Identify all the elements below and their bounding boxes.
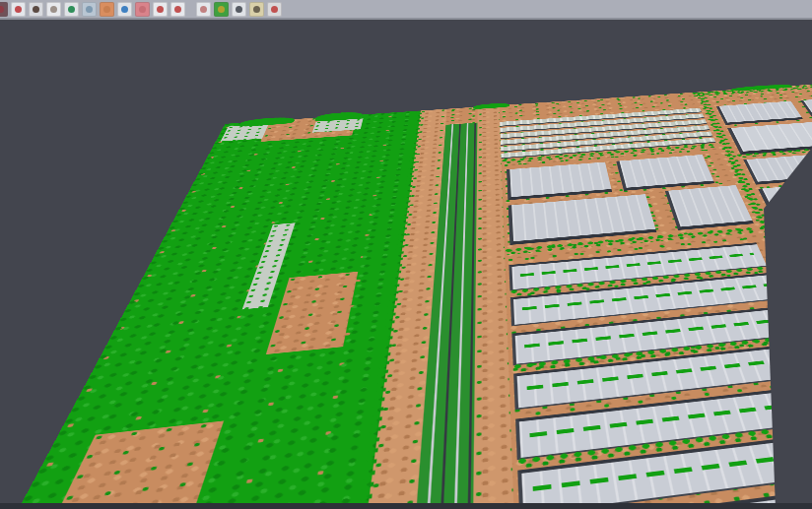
terrain-glyph [33,6,39,13]
building [616,155,714,191]
sphere-glyph [236,6,242,13]
building [507,162,612,201]
checker-icon[interactable] [196,2,211,17]
annotate-icon[interactable] [267,2,282,17]
target-glyph [157,6,164,13]
points-glyph [50,6,57,13]
clipped-tool-icon[interactable] [0,2,8,17]
building [800,95,812,119]
orthophoto-icon[interactable] [100,2,114,17]
annotate-glyph [271,6,278,13]
pick-point-glyph [15,6,22,13]
panel-glyph [86,6,93,13]
orthophoto-glyph [103,6,110,13]
tree-row [691,73,812,97]
checker-glyph [200,6,207,13]
panel-icon[interactable] [82,2,97,17]
clipped-tool-glyph [0,6,4,13]
globe-glyph [121,6,128,13]
pick-point-icon[interactable] [11,2,26,17]
layers-glyph [139,6,146,13]
measure-glyph [253,6,260,13]
surface-mesh-glyph [68,6,75,13]
window-bottom-edge [0,503,812,509]
building [665,185,754,230]
toolbar [0,0,812,20]
surface-mesh-icon[interactable] [64,2,79,17]
layers-icon[interactable] [135,2,150,17]
target-icon[interactable] [153,2,168,17]
measure-icon[interactable] [249,2,264,17]
zoom-extent-icon[interactable] [170,2,185,17]
zoom-extent-glyph [174,6,181,13]
classified-scene-plane [0,73,812,509]
3d-viewport[interactable] [0,22,812,509]
classification-map-glyph [218,6,225,13]
sphere-icon[interactable] [232,2,246,17]
terrain-icon[interactable] [29,2,43,17]
points-icon[interactable] [46,2,61,17]
building [716,101,803,125]
globe-icon[interactable] [117,2,132,17]
classification-map-icon[interactable] [214,2,229,17]
